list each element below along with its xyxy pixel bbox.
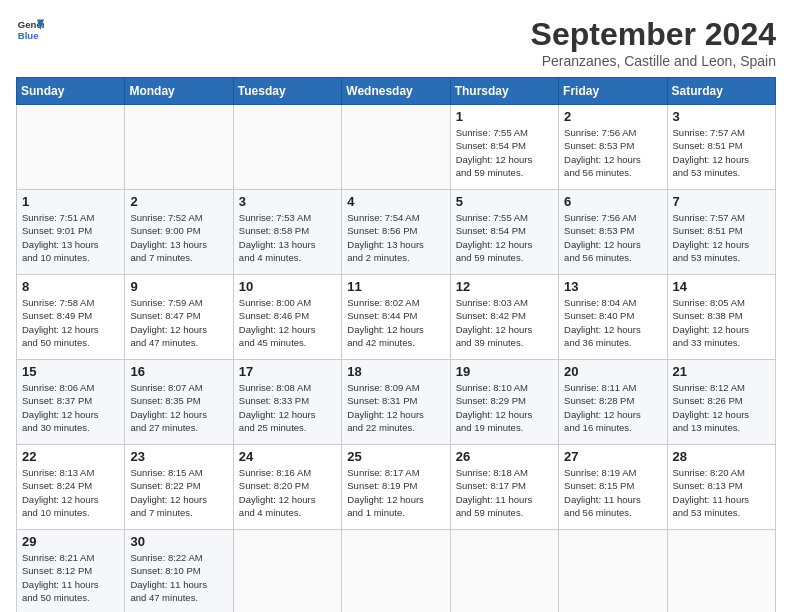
page-header: General Blue September 2024 Peranzanes, … (16, 16, 776, 69)
day-number: 14 (673, 279, 770, 294)
calendar-cell: 14Sunrise: 8:05 AM Sunset: 8:38 PM Dayli… (667, 275, 775, 360)
day-info: Sunrise: 7:51 AM Sunset: 9:01 PM Dayligh… (22, 211, 119, 264)
day-number: 23 (130, 449, 227, 464)
calendar-cell (342, 530, 450, 613)
calendar-week-row: 15Sunrise: 8:06 AM Sunset: 8:37 PM Dayli… (17, 360, 776, 445)
day-info: Sunrise: 8:07 AM Sunset: 8:35 PM Dayligh… (130, 381, 227, 434)
day-number: 12 (456, 279, 553, 294)
calendar-cell: 1Sunrise: 7:51 AM Sunset: 9:01 PM Daylig… (17, 190, 125, 275)
title-block: September 2024 Peranzanes, Castille and … (531, 16, 776, 69)
calendar-cell: 2Sunrise: 7:56 AM Sunset: 8:53 PM Daylig… (559, 105, 667, 190)
day-number: 27 (564, 449, 661, 464)
day-info: Sunrise: 7:53 AM Sunset: 8:58 PM Dayligh… (239, 211, 336, 264)
day-info: Sunrise: 8:12 AM Sunset: 8:26 PM Dayligh… (673, 381, 770, 434)
day-info: Sunrise: 8:10 AM Sunset: 8:29 PM Dayligh… (456, 381, 553, 434)
day-info: Sunrise: 8:15 AM Sunset: 8:22 PM Dayligh… (130, 466, 227, 519)
calendar-day-header: Monday (125, 78, 233, 105)
day-number: 2 (130, 194, 227, 209)
calendar-cell (450, 530, 558, 613)
calendar-table: SundayMondayTuesdayWednesdayThursdayFrid… (16, 77, 776, 612)
calendar-cell (342, 105, 450, 190)
day-info: Sunrise: 8:17 AM Sunset: 8:19 PM Dayligh… (347, 466, 444, 519)
day-info: Sunrise: 8:09 AM Sunset: 8:31 PM Dayligh… (347, 381, 444, 434)
calendar-cell: 16Sunrise: 8:07 AM Sunset: 8:35 PM Dayli… (125, 360, 233, 445)
day-number: 2 (564, 109, 661, 124)
day-info: Sunrise: 8:02 AM Sunset: 8:44 PM Dayligh… (347, 296, 444, 349)
day-number: 15 (22, 364, 119, 379)
day-info: Sunrise: 8:21 AM Sunset: 8:12 PM Dayligh… (22, 551, 119, 604)
day-info: Sunrise: 7:57 AM Sunset: 8:51 PM Dayligh… (673, 126, 770, 179)
calendar-cell: 13Sunrise: 8:04 AM Sunset: 8:40 PM Dayli… (559, 275, 667, 360)
day-info: Sunrise: 8:06 AM Sunset: 8:37 PM Dayligh… (22, 381, 119, 434)
calendar-cell (125, 105, 233, 190)
day-number: 8 (22, 279, 119, 294)
day-number: 24 (239, 449, 336, 464)
day-number: 30 (130, 534, 227, 549)
day-info: Sunrise: 8:16 AM Sunset: 8:20 PM Dayligh… (239, 466, 336, 519)
day-info: Sunrise: 7:52 AM Sunset: 9:00 PM Dayligh… (130, 211, 227, 264)
logo-icon: General Blue (16, 16, 44, 44)
day-number: 22 (22, 449, 119, 464)
calendar-cell: 23Sunrise: 8:15 AM Sunset: 8:22 PM Dayli… (125, 445, 233, 530)
calendar-header-row: SundayMondayTuesdayWednesdayThursdayFrid… (17, 78, 776, 105)
day-info: Sunrise: 7:56 AM Sunset: 8:53 PM Dayligh… (564, 211, 661, 264)
calendar-cell: 15Sunrise: 8:06 AM Sunset: 8:37 PM Dayli… (17, 360, 125, 445)
day-info: Sunrise: 8:18 AM Sunset: 8:17 PM Dayligh… (456, 466, 553, 519)
logo: General Blue (16, 16, 44, 44)
day-number: 28 (673, 449, 770, 464)
calendar-cell: 24Sunrise: 8:16 AM Sunset: 8:20 PM Dayli… (233, 445, 341, 530)
calendar-cell: 19Sunrise: 8:10 AM Sunset: 8:29 PM Dayli… (450, 360, 558, 445)
calendar-cell: 18Sunrise: 8:09 AM Sunset: 8:31 PM Dayli… (342, 360, 450, 445)
day-info: Sunrise: 8:05 AM Sunset: 8:38 PM Dayligh… (673, 296, 770, 349)
day-info: Sunrise: 7:58 AM Sunset: 8:49 PM Dayligh… (22, 296, 119, 349)
calendar-cell (667, 530, 775, 613)
day-info: Sunrise: 8:22 AM Sunset: 8:10 PM Dayligh… (130, 551, 227, 604)
calendar-day-header: Tuesday (233, 78, 341, 105)
calendar-day-header: Friday (559, 78, 667, 105)
location-title: Peranzanes, Castille and Leon, Spain (531, 53, 776, 69)
day-number: 13 (564, 279, 661, 294)
svg-text:Blue: Blue (18, 30, 39, 41)
calendar-cell: 28Sunrise: 8:20 AM Sunset: 8:13 PM Dayli… (667, 445, 775, 530)
calendar-cell (233, 530, 341, 613)
calendar-day-header: Thursday (450, 78, 558, 105)
calendar-cell (17, 105, 125, 190)
day-number: 9 (130, 279, 227, 294)
day-number: 10 (239, 279, 336, 294)
day-number: 7 (673, 194, 770, 209)
day-number: 17 (239, 364, 336, 379)
day-info: Sunrise: 7:57 AM Sunset: 8:51 PM Dayligh… (673, 211, 770, 264)
day-info: Sunrise: 8:00 AM Sunset: 8:46 PM Dayligh… (239, 296, 336, 349)
day-info: Sunrise: 8:11 AM Sunset: 8:28 PM Dayligh… (564, 381, 661, 434)
calendar-body: 1Sunrise: 7:55 AM Sunset: 8:54 PM Daylig… (17, 105, 776, 613)
calendar-week-row: 8Sunrise: 7:58 AM Sunset: 8:49 PM Daylig… (17, 275, 776, 360)
calendar-cell: 5Sunrise: 7:55 AM Sunset: 8:54 PM Daylig… (450, 190, 558, 275)
day-number: 1 (22, 194, 119, 209)
calendar-week-row: 29Sunrise: 8:21 AM Sunset: 8:12 PM Dayli… (17, 530, 776, 613)
calendar-day-header: Wednesday (342, 78, 450, 105)
calendar-cell (233, 105, 341, 190)
calendar-cell: 3Sunrise: 7:57 AM Sunset: 8:51 PM Daylig… (667, 105, 775, 190)
calendar-cell: 26Sunrise: 8:18 AM Sunset: 8:17 PM Dayli… (450, 445, 558, 530)
day-number: 20 (564, 364, 661, 379)
day-info: Sunrise: 7:59 AM Sunset: 8:47 PM Dayligh… (130, 296, 227, 349)
calendar-cell: 11Sunrise: 8:02 AM Sunset: 8:44 PM Dayli… (342, 275, 450, 360)
calendar-cell: 29Sunrise: 8:21 AM Sunset: 8:12 PM Dayli… (17, 530, 125, 613)
calendar-day-header: Sunday (17, 78, 125, 105)
day-info: Sunrise: 7:55 AM Sunset: 8:54 PM Dayligh… (456, 211, 553, 264)
day-info: Sunrise: 7:55 AM Sunset: 8:54 PM Dayligh… (456, 126, 553, 179)
calendar-cell: 12Sunrise: 8:03 AM Sunset: 8:42 PM Dayli… (450, 275, 558, 360)
calendar-cell: 8Sunrise: 7:58 AM Sunset: 8:49 PM Daylig… (17, 275, 125, 360)
calendar-cell: 6Sunrise: 7:56 AM Sunset: 8:53 PM Daylig… (559, 190, 667, 275)
day-number: 11 (347, 279, 444, 294)
calendar-cell: 30Sunrise: 8:22 AM Sunset: 8:10 PM Dayli… (125, 530, 233, 613)
day-info: Sunrise: 8:08 AM Sunset: 8:33 PM Dayligh… (239, 381, 336, 434)
day-number: 6 (564, 194, 661, 209)
day-number: 3 (239, 194, 336, 209)
calendar-week-row: 1Sunrise: 7:51 AM Sunset: 9:01 PM Daylig… (17, 190, 776, 275)
calendar-cell: 25Sunrise: 8:17 AM Sunset: 8:19 PM Dayli… (342, 445, 450, 530)
calendar-cell: 4Sunrise: 7:54 AM Sunset: 8:56 PM Daylig… (342, 190, 450, 275)
day-number: 1 (456, 109, 553, 124)
day-number: 29 (22, 534, 119, 549)
calendar-cell: 2Sunrise: 7:52 AM Sunset: 9:00 PM Daylig… (125, 190, 233, 275)
